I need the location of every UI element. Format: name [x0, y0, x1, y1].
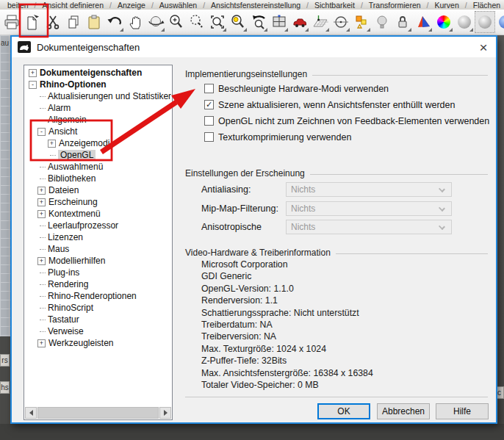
tree-item-erscheinung[interactable]: +Erscheinung	[25, 196, 171, 208]
viewport-layout-icon[interactable]	[269, 11, 289, 33]
tree-item-werkzeugleisten[interactable]: +Werkzeugleisten	[25, 337, 171, 349]
tree-item-kontextmenue[interactable]: +Kontextmenü	[25, 208, 171, 220]
group-implementierungseinstellungen: Implementierungseinstellungen	[185, 69, 488, 79]
zoom-selected-icon[interactable]	[228, 11, 248, 33]
expander-icon[interactable]: +	[37, 187, 46, 195]
expander-icon[interactable]: +	[29, 69, 37, 77]
tree-item-modellierhilfen[interactable]: +Modellierhilfen	[25, 255, 171, 267]
tree-item-lizenzen[interactable]: Lizenzen	[25, 231, 171, 243]
tree-item-allgemein[interactable]: Allgemein	[25, 114, 171, 126]
checkbox-box[interactable]	[204, 84, 214, 93]
rhino-app-window: beiten Ansicht definieren Anzeige Auswäh…	[0, 0, 504, 440]
xray-sphere-icon[interactable]	[495, 11, 504, 33]
expander-icon[interactable]: -	[37, 128, 46, 136]
toolbar-tab-anzeige[interactable]: Anzeige	[115, 1, 156, 10]
toolbar-tab-ansichtsfenstereinstellung[interactable]: Ansichtsfenstereinstellung	[208, 1, 312, 10]
ghosted-sphere-icon[interactable]	[475, 11, 495, 33]
copy-icon[interactable]	[63, 11, 84, 33]
toolbar-tab-ansicht-definieren[interactable]: Ansicht definieren	[40, 1, 115, 10]
dropdown-mip-map-filterung: Nichts	[286, 201, 452, 216]
tree-item-opengl[interactable]: OpenGL	[25, 149, 171, 161]
toolbar-tab-sichtbarkeit[interactable]: Sichtbarkeit	[312, 1, 366, 10]
pan-hand-icon[interactable]	[125, 11, 145, 33]
tree-item-rhinoscript[interactable]: RhinoScript	[25, 302, 171, 314]
tree-item-leerlaufprozessor[interactable]: Leerlaufprozessor	[25, 220, 171, 231]
dropdown-antialiasing: Nichts	[286, 182, 452, 197]
tree-item-rendering[interactable]: Rendering	[25, 278, 171, 290]
footer-divider	[185, 397, 488, 397]
expander-icon[interactable]: +	[37, 339, 46, 347]
info-line: Treiberdatum: NA	[201, 319, 373, 331]
tree-item-plug-ins[interactable]: Plug-ins	[25, 267, 171, 278]
tree-item-rhino-renderoptionen[interactable]: Rhino-Renderoptionen	[25, 290, 171, 302]
undo-icon[interactable]	[104, 11, 125, 33]
scroll-left-button[interactable]	[25, 407, 37, 419]
dropdown-anisotropische: Nichts	[286, 220, 452, 234]
expander-icon[interactable]: +	[48, 140, 56, 148]
zoom-window-icon[interactable]	[207, 11, 228, 33]
dark-background-bottom	[0, 424, 504, 440]
checkbox-box[interactable]	[204, 100, 214, 109]
tree-item-auswahlmenue[interactable]: Auswahlmenü	[25, 161, 171, 173]
checkbox-box[interactable]	[204, 132, 214, 142]
undo-view-icon[interactable]	[248, 11, 269, 33]
close-icon[interactable]	[471, 37, 496, 57]
expander-icon[interactable]: -	[29, 81, 37, 89]
color-wheel-icon[interactable]	[433, 11, 454, 33]
tree-item-dateien[interactable]: +Dateien	[25, 184, 171, 196]
cut-icon[interactable]	[43, 11, 63, 33]
plan-grid-icon[interactable]	[310, 11, 331, 33]
tree-item-bibliotheken[interactable]: Bibliotheken	[25, 173, 171, 184]
zoom-icon[interactable]	[166, 11, 187, 33]
zoom-dynamic-icon[interactable]	[187, 11, 207, 33]
tree-horizontal-scrollbar[interactable]	[25, 407, 171, 419]
checkbox-texturkomprimierung[interactable]: Texturkomprimierung verwenden	[204, 131, 351, 143]
dialog-titlebar: Dokumenteigenschaften	[12, 37, 496, 57]
shaded-sphere-icon[interactable]	[454, 11, 475, 33]
tree-item-maus[interactable]: Maus	[25, 243, 171, 255]
toolbar-tab-flaechen[interactable]: Flächen	[470, 1, 504, 10]
toolbar-tab-kurven[interactable]: Kurven	[432, 1, 470, 10]
checkbox-szene-aktualisieren[interactable]: Szene aktualisieren, wenn Ansichtsfenste…	[204, 99, 455, 110]
expander-icon[interactable]: +	[37, 198, 46, 206]
colored-squares-icon[interactable]	[351, 11, 372, 33]
circle-icon[interactable]	[331, 11, 351, 33]
info-line: Renderversion: 1.1	[201, 295, 373, 306]
expander-icon[interactable]: +	[37, 257, 46, 265]
tree-item-aktualisierungen[interactable]: Aktualisierungen und Statistiken	[25, 90, 171, 102]
car-icon[interactable]	[289, 11, 310, 33]
expander-icon[interactable]: +	[37, 210, 46, 218]
new-document-icon[interactable]	[22, 11, 43, 33]
tree-item-rhino-optionen[interactable]: -Rhino-Optionen	[25, 79, 171, 90]
cancel-button[interactable]: Abbrechen	[377, 403, 430, 419]
tree-item-ansicht[interactable]: -Ansicht	[25, 126, 171, 137]
tree-item-tastatur[interactable]: Tastatur	[25, 314, 171, 325]
label-mip-map-filterung: Mip-Map-Filterung:	[201, 203, 278, 214]
checkbox-beschleunigte-hardware-modi[interactable]: Beschleunigte Hardware-Modi verwenden	[204, 83, 389, 94]
group-einstellungen-der-erscheinung: Einstellungen der Erscheinung	[185, 168, 488, 178]
print-icon[interactable]	[1, 11, 22, 33]
scrollbar-thumb[interactable]	[37, 407, 159, 419]
info-line: GDI Generic	[201, 270, 373, 282]
toolbar-tab-transformieren[interactable]: Transformieren	[366, 1, 432, 10]
tree-item-dokumenteigenschaften[interactable]: +Dokumenteigenschaften	[25, 67, 171, 79]
info-line: OpenGL-Version: 1.1.0	[201, 283, 373, 295]
help-button[interactable]: Hilfe	[436, 403, 489, 419]
ok-button[interactable]: OK	[317, 403, 370, 419]
checkbox-opengl-feedback[interactable]: OpenGL nicht zum Zeichnen von Feedback-E…	[204, 115, 489, 126]
tree-item-alarm[interactable]: Alarm	[25, 102, 171, 114]
rotate-view-icon[interactable]	[145, 11, 166, 33]
info-line: Totaler Video-Speicher: 0 MB	[201, 379, 373, 391]
toolbar-tab[interactable]: beiten	[4, 1, 40, 10]
lamp-icon[interactable]	[372, 11, 392, 33]
toolbar-tab-auswaehlen[interactable]: Auswählen	[156, 1, 208, 10]
options-tree-panel: +Dokumenteigenschaften -Rhino-Optionen A…	[24, 65, 173, 420]
scroll-right-button[interactable]	[159, 407, 171, 419]
tree-item-anzeigemodi[interactable]: +Anzeigemodi	[25, 137, 171, 149]
render-pyramid-icon[interactable]	[413, 11, 433, 33]
checkbox-box[interactable]	[204, 116, 214, 126]
tree-item-verweise[interactable]: Verweise	[25, 325, 171, 337]
lock-icon[interactable]	[392, 11, 413, 33]
paste-icon[interactable]	[84, 11, 104, 33]
chevron-down-icon	[439, 205, 445, 212]
